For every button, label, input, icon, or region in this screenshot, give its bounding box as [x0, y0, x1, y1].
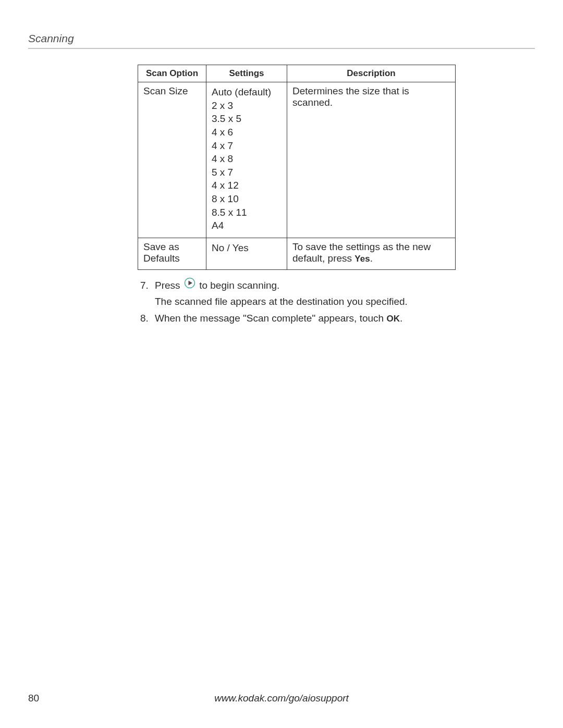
setting-value: Auto (default): [212, 85, 282, 99]
step-number: 7.: [140, 278, 149, 293]
page-number: 80: [28, 693, 39, 704]
option-cell: Scan Size: [138, 82, 206, 238]
column-header-description: Description: [287, 65, 456, 82]
step-item: 7. Press to begin scanning. The scanned …: [140, 278, 535, 309]
step-number: 8.: [140, 311, 149, 326]
step-text: Press: [155, 280, 183, 291]
step-text: to begin scanning.: [199, 280, 279, 291]
setting-value: 2 x 3: [212, 99, 282, 113]
description-bold: Yes: [354, 254, 370, 264]
document-page: Scanning Scan Option Settings Descriptio…: [0, 0, 563, 728]
setting-value: No / Yes: [212, 241, 282, 255]
page-footer: 80 www.kodak.com/go/aiosupport: [28, 693, 535, 704]
option-cell: Save as Defaults: [138, 238, 206, 270]
svg-marker-1: [188, 281, 192, 286]
footer-url: www.kodak.com/go/aiosupport: [28, 693, 535, 704]
setting-value: 4 x 8: [212, 152, 282, 166]
steps-list: 7. Press to begin scanning. The scanned …: [140, 278, 535, 326]
setting-value: 4 x 6: [212, 126, 282, 139]
setting-value: 4 x 7: [212, 139, 282, 153]
setting-value: 3.5 x 5: [212, 112, 282, 126]
step-text: When the message "Scan complete" appears…: [155, 313, 386, 324]
setting-value: 8.5 x 11: [212, 206, 282, 219]
table-row: Scan Size Auto (default) 2 x 3 3.5 x 5 4…: [138, 82, 456, 238]
section-header: Scanning: [28, 32, 535, 49]
column-header-settings: Settings: [206, 65, 287, 82]
description-cell: Determines the size that is scanned.: [287, 82, 456, 238]
step-text: .: [400, 313, 402, 324]
settings-cell: Auto (default) 2 x 3 3.5 x 5 4 x 6 4 x 7…: [206, 82, 287, 238]
step-text: The scanned file appears at the destinat…: [155, 296, 408, 307]
scan-options-table: Scan Option Settings Description Scan Si…: [138, 65, 456, 270]
description-cell: To save the settings as the new default,…: [287, 238, 456, 270]
setting-value: 4 x 12: [212, 179, 282, 192]
description-text: .: [370, 253, 373, 264]
column-header-option: Scan Option: [138, 65, 206, 82]
settings-cell: No / Yes: [206, 238, 287, 270]
setting-value: 5 x 7: [212, 166, 282, 179]
step-item: 8. When the message "Scan complete" appe…: [140, 311, 535, 326]
play-button-icon: [184, 277, 195, 293]
setting-value: A4: [212, 219, 282, 232]
step-bold: OK: [386, 314, 400, 324]
table-row: Save as Defaults No / Yes To save the se…: [138, 238, 456, 270]
setting-value: 8 x 10: [212, 192, 282, 206]
